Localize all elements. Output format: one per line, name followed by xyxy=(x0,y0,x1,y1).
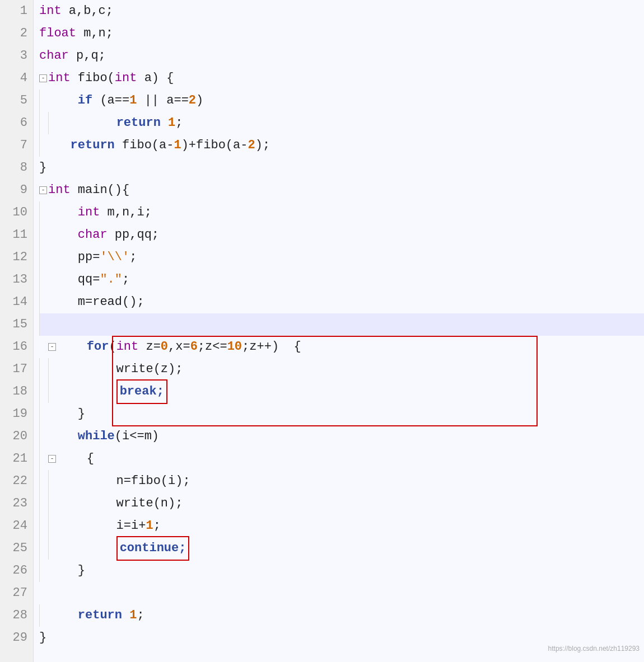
code-area: int a,b,c; float m,n; char p,q; -int fib… xyxy=(34,0,644,662)
code-line-9: -int main(){ xyxy=(39,179,644,201)
indent-23b xyxy=(48,492,57,515)
indent-5 xyxy=(39,90,48,112)
code-text-27 xyxy=(39,582,46,604)
code-line-25: continue; xyxy=(39,537,644,560)
code-text-10: int m,n,i; xyxy=(48,201,152,224)
code-text-24: i=i+1; xyxy=(57,515,161,537)
ln-23: 23 xyxy=(0,492,27,515)
ln-28: 28 xyxy=(0,604,27,627)
code-text-7: return fibo(a-1)+fibo(a-2); xyxy=(48,134,270,157)
ln-11: 11 xyxy=(0,224,27,246)
fold-btn-21[interactable]: - xyxy=(48,455,56,463)
code-line-5: if (a==1 || a==2) xyxy=(39,90,644,112)
ln-24: 24 xyxy=(0,515,27,537)
indent-7 xyxy=(39,134,48,157)
code-line-20: while(i<=m) xyxy=(39,425,644,448)
ln-26: 26 xyxy=(0,560,27,582)
ln-17: 17 xyxy=(0,358,27,381)
code-line-26: } xyxy=(39,560,644,582)
ln-8: 8 xyxy=(0,157,27,179)
ln-12: 12 xyxy=(0,246,27,269)
indent-28 xyxy=(39,604,48,627)
code-line-22: n=fibo(i); xyxy=(39,470,644,492)
code-text-3: char p,q; xyxy=(39,45,106,67)
code-text-1: int a,b,c; xyxy=(39,0,113,22)
ln-20: 20 xyxy=(0,425,27,448)
code-text-16: for(int z=0,x=6;z<=10;z++) { xyxy=(57,336,301,358)
ln-15: 15 xyxy=(0,313,27,336)
ln-21: 21 xyxy=(0,448,27,470)
fold-btn-4[interactable]: - xyxy=(39,74,47,82)
ln-10: 10 xyxy=(0,201,27,224)
code-text-5: if (a==1 || a==2) xyxy=(48,90,203,112)
code-line-13: qq="."; xyxy=(39,269,644,291)
code-line-24: i=i+1; xyxy=(39,515,644,537)
code-container: 1 2 3 4 5 6 7 8 9 10 11 12 13 14 15 16 1… xyxy=(0,0,644,662)
code-line-11: char pp,qq; xyxy=(39,224,644,246)
ln-5: 5 xyxy=(0,90,27,112)
code-line-7: return fibo(a-1)+fibo(a-2); xyxy=(39,134,644,157)
code-text-29: } xyxy=(39,627,46,649)
indent-10 xyxy=(39,201,48,224)
code-line-6: return 1; xyxy=(39,112,644,134)
code-text-14: m=read(); xyxy=(48,291,144,313)
code-text-18: break; xyxy=(57,379,167,404)
indent-19 xyxy=(39,403,48,425)
fold-btn-16[interactable]: - xyxy=(48,343,56,351)
indent-21 xyxy=(39,448,48,470)
code-text-11: char pp,qq; xyxy=(48,224,159,246)
code-line-4: -int fibo(int a) { xyxy=(39,67,644,90)
ln-16: 16 xyxy=(0,336,27,358)
ln-19: 19 xyxy=(0,403,27,425)
code-line-14: m=read(); xyxy=(39,291,644,313)
indent-6a xyxy=(39,112,48,134)
code-text-2: float m,n; xyxy=(39,22,113,45)
indent-25a xyxy=(39,537,48,560)
code-line-23: write(n); xyxy=(39,492,644,515)
code-line-10: int m,n,i; xyxy=(39,201,644,224)
indent-25b xyxy=(48,537,57,560)
indent-17b xyxy=(48,358,57,381)
indent-24a xyxy=(39,515,48,537)
code-line-28: return 1; xyxy=(39,604,644,627)
code-text-21: { xyxy=(57,448,94,470)
code-line-16: - for(int z=0,x=6;z<=10;z++) { xyxy=(39,336,644,358)
indent-15 xyxy=(39,313,48,336)
code-text-20: while(i<=m) xyxy=(48,425,159,448)
code-text-23: write(n); xyxy=(57,492,183,515)
indent-6b xyxy=(48,112,57,134)
ln-18: 18 xyxy=(0,381,27,403)
indent-11 xyxy=(39,224,48,246)
code-line-18: break; xyxy=(39,381,644,403)
ln-6: 6 xyxy=(0,112,27,134)
line-numbers: 1 2 3 4 5 6 7 8 9 10 11 12 13 14 15 16 1… xyxy=(0,0,34,662)
code-line-27 xyxy=(39,582,644,604)
code-text-13: qq="."; xyxy=(48,269,129,291)
code-line-15 xyxy=(39,313,644,336)
indent-18b xyxy=(48,381,57,403)
ln-3: 3 xyxy=(0,45,27,67)
code-text-25: continue; xyxy=(57,536,189,561)
code-text-26: } xyxy=(48,560,85,582)
ln-7: 7 xyxy=(0,134,27,157)
ln-14: 14 xyxy=(0,291,27,313)
code-text-4: int fibo(int a) { xyxy=(48,67,174,90)
indent-22a xyxy=(39,470,48,492)
code-line-19: } xyxy=(39,403,644,425)
ln-9: 9 xyxy=(0,179,27,201)
fold-btn-9[interactable]: - xyxy=(39,186,47,194)
indent-12 xyxy=(39,246,48,269)
ln-27: 27 xyxy=(0,582,27,604)
code-text-9: int main(){ xyxy=(48,179,129,201)
code-text-19: } xyxy=(48,403,85,425)
code-line-8: } xyxy=(39,157,644,179)
watermark: https://blog.csdn.net/zh119293 xyxy=(548,637,640,660)
ln-1: 1 xyxy=(0,0,27,22)
ln-29: 29 xyxy=(0,627,27,649)
code-line-12: pp='\\'; xyxy=(39,246,644,269)
code-line-1: int a,b,c; xyxy=(39,0,644,22)
indent-23a xyxy=(39,492,48,515)
indent-20 xyxy=(39,425,48,448)
code-text-6: return 1; xyxy=(57,112,183,134)
code-text-28: return 1; xyxy=(48,604,144,627)
